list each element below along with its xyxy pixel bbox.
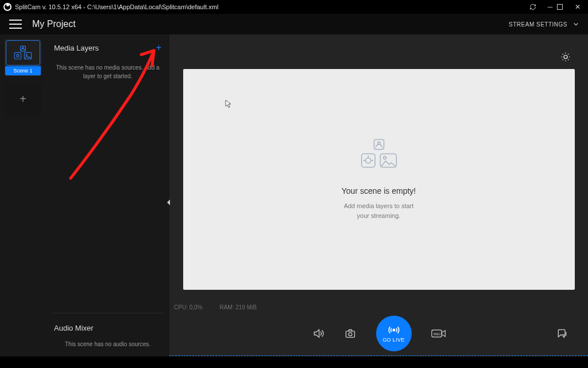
svg-point-4 xyxy=(17,55,20,57)
chevron-down-icon xyxy=(573,21,579,27)
resource-stats: CPU: 0,0% RAM: 219 MiB xyxy=(169,302,588,310)
brightness-button[interactable] xyxy=(560,52,571,62)
add-layer-button[interactable]: + xyxy=(156,43,161,53)
close-button[interactable]: ✕ xyxy=(571,3,585,11)
audio-mixer-title: Audio Mixer xyxy=(54,324,94,332)
layers-empty-text: This scene has no media sources. Add a l… xyxy=(46,57,169,80)
go-live-button[interactable]: GO LIVE xyxy=(376,316,412,351)
mixer-empty-text: This scene has no audio sources. xyxy=(46,339,169,356)
project-title: My Project xyxy=(32,19,76,29)
empty-scene-illustration xyxy=(359,138,399,171)
layers-panel: Media Layers + This scene has no media s… xyxy=(46,34,169,356)
svg-rect-0 xyxy=(558,5,563,10)
stream-settings-button[interactable]: STREAM SETTINGS xyxy=(509,21,579,28)
chat-button[interactable] xyxy=(556,328,568,339)
collapse-sidebar-button[interactable] xyxy=(166,195,172,209)
svg-point-6 xyxy=(26,54,27,55)
cpu-stat: CPU: 0,0% xyxy=(174,304,202,310)
broadcast-icon xyxy=(387,324,401,336)
svg-text:REC: REC xyxy=(434,332,440,336)
scene-thumbnail xyxy=(6,40,40,66)
screenshot-button[interactable] xyxy=(344,328,357,339)
svg-point-7 xyxy=(564,55,567,59)
stream-settings-label: STREAM SETTINGS xyxy=(509,21,567,28)
svg-rect-3 xyxy=(14,52,21,59)
cursor-icon xyxy=(225,99,232,109)
window-titlebar: SplitCam v. 10.5.12 x64 - C:\Users\1\App… xyxy=(0,0,588,14)
window-title-text: SplitCam v. 10.5.12 x64 - C:\Users\1\App… xyxy=(15,3,218,10)
svg-point-11 xyxy=(365,158,370,163)
svg-point-15 xyxy=(349,332,352,336)
svg-point-16 xyxy=(393,329,394,331)
add-scene-button[interactable]: + xyxy=(5,83,41,115)
main-area: Your scene is empty! Add media layers to… xyxy=(169,34,588,356)
refresh-button[interactable] xyxy=(529,3,543,10)
menu-button[interactable] xyxy=(9,20,22,29)
scene-label: Scene 1 xyxy=(5,66,41,75)
audio-button[interactable] xyxy=(312,328,324,339)
ram-stat: RAM: 219 MiB xyxy=(219,304,256,310)
preview-canvas[interactable]: Your scene is empty! Add media layers to… xyxy=(183,69,575,290)
go-live-label: GO LIVE xyxy=(382,337,404,343)
media-layers-title: Media Layers xyxy=(54,44,99,52)
bottom-toolbar: GO LIVE REC xyxy=(169,310,588,356)
svg-point-13 xyxy=(383,156,386,159)
minimize-button[interactable]: ─ xyxy=(543,3,557,11)
app-topbar: My Project STREAM SETTINGS xyxy=(0,14,588,34)
scene-card[interactable]: Scene 1 xyxy=(5,39,41,76)
plus-icon: + xyxy=(20,93,26,106)
preview-empty-subtitle: Add media layers to start your streaming… xyxy=(344,201,414,220)
maximize-button[interactable] xyxy=(557,4,571,10)
svg-rect-14 xyxy=(346,331,354,338)
preview-empty-title: Your scene is empty! xyxy=(342,186,416,195)
scenes-panel: Scene 1 + xyxy=(0,34,46,356)
app-icon xyxy=(3,3,11,11)
record-button[interactable]: REC xyxy=(431,328,446,339)
timeline-marker xyxy=(169,355,588,356)
